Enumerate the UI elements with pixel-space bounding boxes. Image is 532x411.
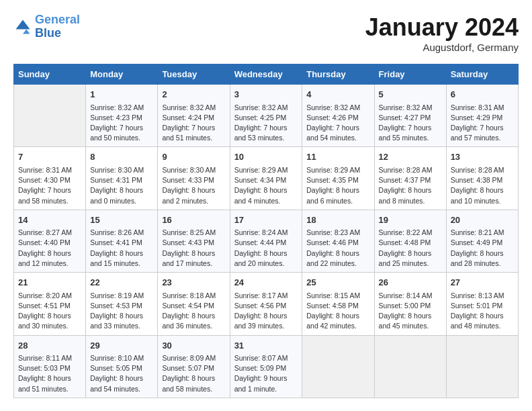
location: Augustdorf, Germany xyxy=(365,42,519,53)
calendar-cell: 21Sunrise: 8:20 AM Sunset: 4:51 PM Dayli… xyxy=(14,273,86,335)
calendar-cell: 12Sunrise: 8:28 AM Sunset: 4:37 PM Dayli… xyxy=(374,147,446,210)
day-number: 13 xyxy=(451,150,514,164)
calendar-cell: 23Sunrise: 8:18 AM Sunset: 4:54 PM Dayli… xyxy=(158,273,230,335)
day-number: 28 xyxy=(18,339,81,353)
day-number: 2 xyxy=(162,88,225,101)
calendar-cell: 19Sunrise: 8:22 AM Sunset: 4:48 PM Dayli… xyxy=(374,210,446,272)
calendar-cell: 30Sunrise: 8:09 AM Sunset: 5:07 PM Dayli… xyxy=(158,335,230,398)
day-number: 16 xyxy=(162,214,225,227)
weekday-header: Thursday xyxy=(302,64,374,85)
day-number: 8 xyxy=(90,150,153,164)
cell-content: Sunrise: 8:09 AM Sunset: 5:07 PM Dayligh… xyxy=(162,353,225,394)
calendar-cell: 15Sunrise: 8:26 AM Sunset: 4:41 PM Dayli… xyxy=(86,210,158,272)
calendar-cell: 6Sunrise: 8:31 AM Sunset: 4:29 PM Daylig… xyxy=(446,85,518,147)
day-number: 26 xyxy=(379,276,442,289)
weekday-header: Friday xyxy=(374,64,446,85)
calendar-table: SundayMondayTuesdayWednesdayThursdayFrid… xyxy=(13,64,519,398)
calendar-week-row: 28Sunrise: 8:11 AM Sunset: 5:03 PM Dayli… xyxy=(14,335,519,398)
cell-content: Sunrise: 8:31 AM Sunset: 4:30 PM Dayligh… xyxy=(18,165,81,206)
cell-content: Sunrise: 8:26 AM Sunset: 4:41 PM Dayligh… xyxy=(90,228,153,269)
day-number: 9 xyxy=(162,150,225,164)
day-number: 25 xyxy=(306,276,369,289)
calendar-cell: 1Sunrise: 8:32 AM Sunset: 4:23 PM Daylig… xyxy=(86,85,158,147)
day-number: 22 xyxy=(90,276,153,289)
calendar-cell: 9Sunrise: 8:30 AM Sunset: 4:33 PM Daylig… xyxy=(158,147,230,210)
cell-content: Sunrise: 8:32 AM Sunset: 4:27 PM Dayligh… xyxy=(379,103,442,144)
cell-content: Sunrise: 8:22 AM Sunset: 4:48 PM Dayligh… xyxy=(379,228,442,269)
cell-content: Sunrise: 8:25 AM Sunset: 4:43 PM Dayligh… xyxy=(162,228,225,269)
page-header: General Blue January 2024 Augustdorf, Ge… xyxy=(13,13,519,53)
calendar-week-row: 1Sunrise: 8:32 AM Sunset: 4:23 PM Daylig… xyxy=(14,85,519,147)
cell-content: Sunrise: 8:14 AM Sunset: 5:00 PM Dayligh… xyxy=(379,291,442,332)
day-number: 30 xyxy=(162,339,225,353)
day-number: 29 xyxy=(90,339,153,353)
cell-content: Sunrise: 8:13 AM Sunset: 5:01 PM Dayligh… xyxy=(451,291,514,332)
weekday-header: Sunday xyxy=(14,64,86,85)
cell-content: Sunrise: 8:20 AM Sunset: 4:51 PM Dayligh… xyxy=(18,291,81,332)
day-number: 12 xyxy=(379,150,442,164)
month-title: January 2024 xyxy=(365,13,519,42)
calendar-cell xyxy=(302,335,374,398)
cell-content: Sunrise: 8:32 AM Sunset: 4:24 PM Dayligh… xyxy=(162,103,225,144)
cell-content: Sunrise: 8:21 AM Sunset: 4:49 PM Dayligh… xyxy=(451,228,514,269)
cell-content: Sunrise: 8:10 AM Sunset: 5:05 PM Dayligh… xyxy=(90,353,153,394)
logo-icon xyxy=(13,17,32,36)
cell-content: Sunrise: 8:11 AM Sunset: 5:03 PM Dayligh… xyxy=(18,353,81,394)
logo-text: General Blue xyxy=(35,13,80,40)
calendar-cell: 16Sunrise: 8:25 AM Sunset: 4:43 PM Dayli… xyxy=(158,210,230,272)
calendar-cell: 24Sunrise: 8:17 AM Sunset: 4:56 PM Dayli… xyxy=(230,273,302,335)
calendar-cell: 22Sunrise: 8:19 AM Sunset: 4:53 PM Dayli… xyxy=(86,273,158,335)
calendar-cell: 25Sunrise: 8:15 AM Sunset: 4:58 PM Dayli… xyxy=(302,273,374,335)
cell-content: Sunrise: 8:30 AM Sunset: 4:33 PM Dayligh… xyxy=(162,165,225,206)
day-number: 1 xyxy=(90,88,153,101)
svg-marker-1 xyxy=(23,29,30,34)
cell-content: Sunrise: 8:23 AM Sunset: 4:46 PM Dayligh… xyxy=(306,228,369,269)
weekday-header-row: SundayMondayTuesdayWednesdayThursdayFrid… xyxy=(14,64,519,85)
calendar-cell: 20Sunrise: 8:21 AM Sunset: 4:49 PM Dayli… xyxy=(446,210,518,272)
calendar-cell: 3Sunrise: 8:32 AM Sunset: 4:25 PM Daylig… xyxy=(230,85,302,147)
cell-content: Sunrise: 8:32 AM Sunset: 4:23 PM Dayligh… xyxy=(90,103,153,144)
calendar-cell: 28Sunrise: 8:11 AM Sunset: 5:03 PM Dayli… xyxy=(14,335,86,398)
calendar-cell: 10Sunrise: 8:29 AM Sunset: 4:34 PM Dayli… xyxy=(230,147,302,210)
calendar-cell xyxy=(446,335,518,398)
calendar-week-row: 7Sunrise: 8:31 AM Sunset: 4:30 PM Daylig… xyxy=(14,147,519,210)
day-number: 17 xyxy=(234,214,298,227)
calendar-cell: 11Sunrise: 8:29 AM Sunset: 4:35 PM Dayli… xyxy=(302,147,374,210)
logo: General Blue xyxy=(13,13,80,40)
title-block: January 2024 Augustdorf, Germany xyxy=(365,13,519,53)
weekday-header: Monday xyxy=(86,64,158,85)
cell-content: Sunrise: 8:19 AM Sunset: 4:53 PM Dayligh… xyxy=(90,291,153,332)
cell-content: Sunrise: 8:24 AM Sunset: 4:44 PM Dayligh… xyxy=(234,228,298,269)
calendar-cell: 4Sunrise: 8:32 AM Sunset: 4:26 PM Daylig… xyxy=(302,85,374,147)
weekday-header: Saturday xyxy=(446,64,518,85)
day-number: 4 xyxy=(306,88,369,101)
day-number: 27 xyxy=(451,276,514,289)
day-number: 10 xyxy=(234,150,298,164)
day-number: 3 xyxy=(234,88,298,101)
calendar-week-row: 14Sunrise: 8:27 AM Sunset: 4:40 PM Dayli… xyxy=(14,210,519,272)
day-number: 21 xyxy=(18,276,81,289)
day-number: 23 xyxy=(162,276,225,289)
calendar-week-row: 21Sunrise: 8:20 AM Sunset: 4:51 PM Dayli… xyxy=(14,273,519,335)
cell-content: Sunrise: 8:29 AM Sunset: 4:34 PM Dayligh… xyxy=(234,165,298,206)
calendar-cell: 31Sunrise: 8:07 AM Sunset: 5:09 PM Dayli… xyxy=(230,335,302,398)
cell-content: Sunrise: 8:28 AM Sunset: 4:38 PM Dayligh… xyxy=(451,165,514,206)
calendar-cell: 17Sunrise: 8:24 AM Sunset: 4:44 PM Dayli… xyxy=(230,210,302,272)
calendar-cell xyxy=(14,85,86,147)
cell-content: Sunrise: 8:31 AM Sunset: 4:29 PM Dayligh… xyxy=(451,103,514,144)
weekday-header: Wednesday xyxy=(230,64,302,85)
cell-content: Sunrise: 8:17 AM Sunset: 4:56 PM Dayligh… xyxy=(234,291,298,332)
day-number: 5 xyxy=(379,88,442,101)
calendar-cell: 13Sunrise: 8:28 AM Sunset: 4:38 PM Dayli… xyxy=(446,147,518,210)
calendar-cell: 8Sunrise: 8:30 AM Sunset: 4:31 PM Daylig… xyxy=(86,147,158,210)
calendar-cell: 26Sunrise: 8:14 AM Sunset: 5:00 PM Dayli… xyxy=(374,273,446,335)
day-number: 11 xyxy=(306,150,369,164)
calendar-cell: 2Sunrise: 8:32 AM Sunset: 4:24 PM Daylig… xyxy=(158,85,230,147)
cell-content: Sunrise: 8:15 AM Sunset: 4:58 PM Dayligh… xyxy=(306,291,369,332)
weekday-header: Tuesday xyxy=(158,64,230,85)
calendar-cell xyxy=(374,335,446,398)
day-number: 20 xyxy=(451,214,514,227)
day-number: 19 xyxy=(379,214,442,227)
calendar-cell: 27Sunrise: 8:13 AM Sunset: 5:01 PM Dayli… xyxy=(446,273,518,335)
calendar-cell: 5Sunrise: 8:32 AM Sunset: 4:27 PM Daylig… xyxy=(374,85,446,147)
